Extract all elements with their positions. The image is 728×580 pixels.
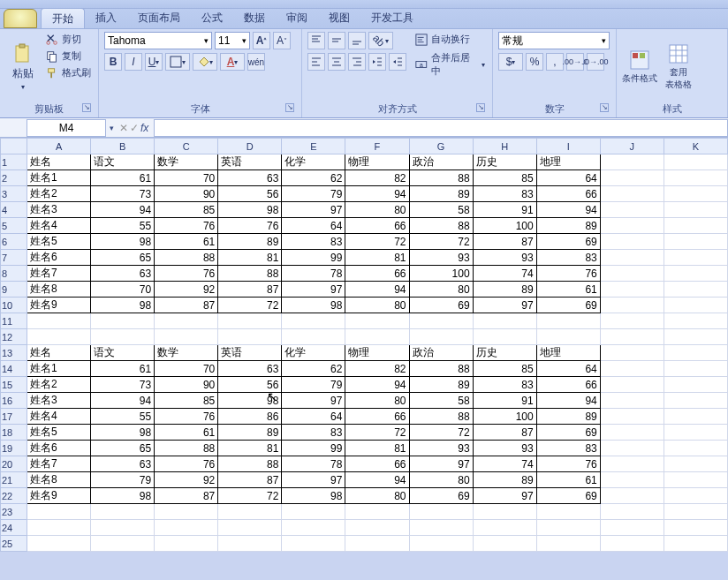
col-header-C[interactable]: C bbox=[155, 139, 218, 154]
row-header-16[interactable]: 16 bbox=[1, 393, 27, 409]
orientation-button[interactable]: ab▾ bbox=[368, 32, 393, 49]
cell-C20[interactable]: 76 bbox=[155, 456, 218, 472]
cell-B15[interactable]: 73 bbox=[91, 377, 155, 393]
tab-3[interactable]: 公式 bbox=[191, 8, 233, 28]
cell-D22[interactable]: 72 bbox=[218, 488, 282, 504]
cell-B13[interactable]: 语文 bbox=[91, 345, 155, 361]
cell-A15[interactable]: 姓名2 bbox=[27, 377, 91, 393]
cell-G11[interactable] bbox=[409, 313, 473, 329]
tab-7[interactable]: 开发工具 bbox=[360, 8, 424, 28]
cell-A19[interactable]: 姓名6 bbox=[27, 441, 91, 456]
row-header-18[interactable]: 18 bbox=[1, 425, 27, 441]
cell-J20[interactable] bbox=[600, 456, 664, 472]
cell-D5[interactable]: 76 bbox=[218, 218, 282, 234]
cell-G16[interactable]: 58 bbox=[409, 393, 473, 409]
cell-B23[interactable] bbox=[91, 504, 155, 520]
row-header-12[interactable]: 12 bbox=[1, 329, 27, 345]
cell-E25[interactable] bbox=[282, 536, 345, 552]
cell-C11[interactable] bbox=[155, 313, 218, 329]
align-center-button[interactable] bbox=[328, 53, 345, 71]
col-header-J[interactable]: J bbox=[600, 139, 664, 154]
cell-B3[interactable]: 73 bbox=[91, 186, 155, 202]
cell-C22[interactable]: 87 bbox=[155, 488, 218, 504]
cell-A14[interactable]: 姓名1 bbox=[27, 361, 91, 377]
cell-F25[interactable] bbox=[345, 536, 409, 552]
cell-I24[interactable] bbox=[536, 520, 600, 536]
tab-2[interactable]: 页面布局 bbox=[127, 8, 191, 28]
cell-A2[interactable]: 姓名1 bbox=[27, 170, 91, 186]
cell-K20[interactable] bbox=[664, 456, 727, 472]
cell-H12[interactable] bbox=[473, 329, 536, 345]
cell-C19[interactable]: 88 bbox=[155, 441, 218, 456]
align-left-button[interactable] bbox=[307, 53, 325, 71]
cell-F8[interactable]: 66 bbox=[345, 266, 409, 282]
cell-C3[interactable]: 90 bbox=[155, 186, 218, 202]
cell-F9[interactable]: 94 bbox=[345, 282, 409, 298]
cell-C10[interactable]: 87 bbox=[155, 298, 218, 313]
cell-H7[interactable]: 93 bbox=[473, 250, 536, 266]
cell-B9[interactable]: 70 bbox=[91, 282, 155, 298]
cell-K5[interactable] bbox=[664, 218, 727, 234]
cell-J24[interactable] bbox=[600, 520, 664, 536]
cell-K25[interactable] bbox=[664, 536, 727, 552]
cell-C8[interactable]: 76 bbox=[155, 266, 218, 282]
copy-button[interactable]: 复制 bbox=[44, 49, 93, 64]
format-painter-button[interactable]: 格式刷 bbox=[44, 65, 93, 80]
cell-K12[interactable] bbox=[664, 329, 727, 345]
cell-D7[interactable]: 81 bbox=[218, 250, 282, 266]
row-header-7[interactable]: 7 bbox=[1, 250, 27, 266]
cell-H21[interactable]: 89 bbox=[473, 472, 536, 488]
cell-J15[interactable] bbox=[600, 377, 664, 393]
cell-E24[interactable] bbox=[282, 520, 345, 536]
cell-J14[interactable] bbox=[600, 361, 664, 377]
cell-B22[interactable]: 98 bbox=[91, 488, 155, 504]
cut-button[interactable]: 剪切 bbox=[44, 32, 93, 47]
cell-D15[interactable]: 56 bbox=[218, 377, 282, 393]
align-bottom-button[interactable] bbox=[348, 32, 366, 49]
cell-A13[interactable]: 姓名 bbox=[27, 345, 91, 361]
cell-J1[interactable] bbox=[600, 154, 664, 170]
cell-G4[interactable]: 58 bbox=[409, 202, 473, 218]
cell-H3[interactable]: 83 bbox=[473, 186, 536, 202]
border-button[interactable]: ▾ bbox=[165, 53, 190, 71]
cell-I17[interactable]: 89 bbox=[536, 409, 600, 425]
cell-K7[interactable] bbox=[664, 250, 727, 266]
cell-J16[interactable] bbox=[600, 393, 664, 409]
cell-K8[interactable] bbox=[664, 266, 727, 282]
cell-E11[interactable] bbox=[282, 313, 345, 329]
cell-A16[interactable]: 姓名3 bbox=[27, 393, 91, 409]
col-header-H[interactable]: H bbox=[473, 139, 536, 154]
row-header-4[interactable]: 4 bbox=[1, 202, 27, 218]
cell-I1[interactable]: 地理 bbox=[536, 154, 600, 170]
row-header-2[interactable]: 2 bbox=[1, 170, 27, 186]
cell-I21[interactable]: 61 bbox=[536, 472, 600, 488]
cell-A11[interactable] bbox=[27, 313, 91, 329]
cell-H22[interactable]: 97 bbox=[473, 488, 536, 504]
cell-I25[interactable] bbox=[536, 536, 600, 552]
cell-B24[interactable] bbox=[91, 520, 155, 536]
italic-button[interactable]: I bbox=[125, 53, 142, 71]
cell-C14[interactable]: 70 bbox=[155, 361, 218, 377]
cell-B4[interactable]: 94 bbox=[91, 202, 155, 218]
fill-color-button[interactable]: ▾ bbox=[193, 53, 217, 71]
cell-F15[interactable]: 94 bbox=[345, 377, 409, 393]
cell-D9[interactable]: 87 bbox=[218, 282, 282, 298]
cell-F16[interactable]: 80 bbox=[345, 393, 409, 409]
cell-J5[interactable] bbox=[600, 218, 664, 234]
cell-H4[interactable]: 91 bbox=[473, 202, 536, 218]
font-name-combo[interactable]: Tahoma▾ bbox=[104, 32, 212, 49]
cell-J11[interactable] bbox=[600, 313, 664, 329]
cell-G5[interactable]: 88 bbox=[409, 218, 473, 234]
cell-J6[interactable] bbox=[600, 234, 664, 250]
col-header-I[interactable]: I bbox=[536, 139, 600, 154]
cell-B16[interactable]: 94 bbox=[91, 393, 155, 409]
cell-D17[interactable]: 86 bbox=[218, 409, 282, 425]
cell-H16[interactable]: 91 bbox=[473, 393, 536, 409]
cell-C25[interactable] bbox=[155, 536, 218, 552]
cell-H23[interactable] bbox=[473, 504, 536, 520]
col-header-D[interactable]: D bbox=[218, 139, 282, 154]
cell-I9[interactable]: 61 bbox=[536, 282, 600, 298]
cell-K13[interactable] bbox=[664, 345, 727, 361]
cell-K14[interactable] bbox=[664, 361, 727, 377]
cell-E8[interactable]: 78 bbox=[282, 266, 345, 282]
